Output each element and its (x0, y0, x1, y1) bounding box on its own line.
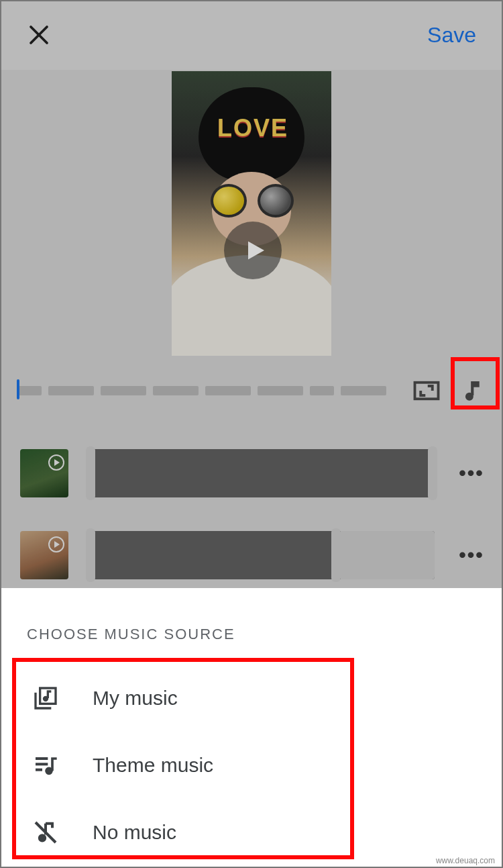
svg-point-3 (465, 393, 473, 401)
clip-trimmer[interactable] (89, 449, 435, 497)
clip-thumbnail[interactable] (20, 531, 68, 579)
option-my-music[interactable]: My music (31, 665, 502, 732)
timeline-segment[interactable] (341, 386, 386, 395)
clip-row: ••• (20, 432, 488, 514)
aspect-ratio-icon (412, 377, 441, 405)
option-label: Theme music (93, 754, 213, 777)
timeline-segments[interactable] (17, 383, 397, 398)
timeline-segment[interactable] (48, 386, 94, 395)
option-no-music[interactable]: No music (31, 799, 502, 866)
timeline-segment[interactable] (310, 386, 334, 395)
option-label: No music (93, 821, 176, 844)
video-preview-area: LOVE (0, 70, 503, 357)
timeline-segment[interactable] (17, 386, 42, 395)
playhead[interactable] (17, 379, 19, 399)
play-icon (242, 238, 266, 262)
save-button[interactable]: Save (427, 23, 476, 48)
clip-list: ••• ••• (0, 424, 503, 588)
trim-handle-left[interactable] (86, 446, 95, 500)
preview-overlay-text: LOVE (217, 114, 288, 142)
sheet-title: CHOOSE MUSIC SOURCE (1, 588, 502, 665)
watermark: www.deuaq.com (433, 856, 498, 865)
clip-thumbnail[interactable] (20, 449, 68, 497)
music-note-icon (459, 377, 488, 405)
timeline-segment[interactable] (101, 386, 146, 395)
option-label: My music (93, 687, 178, 710)
music-source-sheet: CHOOSE MUSIC SOURCE My music (1, 588, 502, 867)
option-theme-music[interactable]: Theme music (31, 732, 502, 799)
svg-point-10 (39, 834, 46, 842)
trim-handle-left[interactable] (86, 528, 95, 582)
close-button[interactable] (27, 23, 51, 47)
trim-handle-right[interactable] (428, 446, 437, 500)
more-horiz-icon: ••• (459, 544, 484, 567)
svg-rect-2 (415, 383, 439, 399)
music-button[interactable] (456, 373, 491, 408)
clip-row: ••• (20, 514, 488, 596)
timeline-segment[interactable] (258, 386, 303, 395)
more-horiz-icon: ••• (459, 462, 484, 485)
aspect-ratio-button[interactable] (409, 373, 444, 408)
play-button[interactable] (224, 222, 282, 279)
timeline-segment[interactable] (205, 386, 251, 395)
trim-handle-right[interactable] (331, 528, 341, 582)
clip-more-button[interactable]: ••• (455, 544, 488, 567)
music-options: My music Theme music (1, 665, 502, 866)
library-music-icon (31, 683, 60, 713)
video-preview[interactable]: LOVE (172, 71, 331, 356)
queue-music-icon (31, 751, 60, 780)
clip-trimmer[interactable] (89, 531, 435, 579)
play-icon (48, 454, 64, 471)
close-icon (27, 23, 51, 47)
timeline-strip (0, 357, 503, 424)
music-off-icon (31, 818, 60, 847)
clip-more-button[interactable]: ••• (455, 462, 488, 485)
topbar: Save (0, 0, 503, 70)
timeline-segment[interactable] (153, 386, 199, 395)
play-icon (48, 536, 64, 552)
